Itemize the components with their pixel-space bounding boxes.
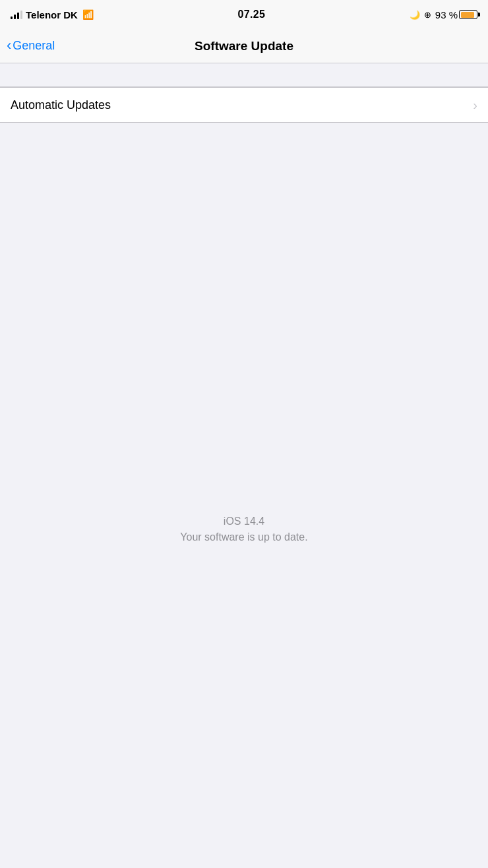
up-to-date-message: Your software is up to date. [180,531,307,543]
back-button[interactable]: ‹ General [7,39,55,53]
battery-icon [459,10,477,19]
list-section: Automatic Updates › [0,87,488,123]
status-message-area: iOS 14.4 Your software is up to date. [180,516,307,543]
carrier-label: Telenor DK [26,9,78,20]
moon-icon: 🌙 [410,10,420,20]
page-title: Software Update [195,39,293,53]
signal-icon [11,10,22,19]
back-chevron-icon: ‹ [7,38,11,53]
status-right: 🌙 ⊕ 93 % [410,9,477,20]
top-separator [0,63,488,87]
status-time: 07.25 [238,9,266,20]
location-icon: ⊕ [424,10,431,20]
battery-percentage: 93 % [435,9,458,20]
automatic-updates-label: Automatic Updates [11,98,111,112]
nav-bar: ‹ General Software Update [0,29,488,63]
ios-version-text: iOS 14.4 [224,516,264,527]
status-bar: Telenor DK 📶 07.25 🌙 ⊕ 93 % [0,0,488,29]
status-left: Telenor DK 📶 [11,9,94,20]
battery-fill [461,12,474,18]
wifi-icon: 📶 [82,9,94,20]
back-label: General [13,39,55,53]
chevron-right-icon: › [473,98,477,113]
battery-container: 93 % [435,9,477,20]
automatic-updates-row[interactable]: Automatic Updates › [0,88,488,122]
main-content: iOS 14.4 Your software is up to date. [0,123,488,868]
